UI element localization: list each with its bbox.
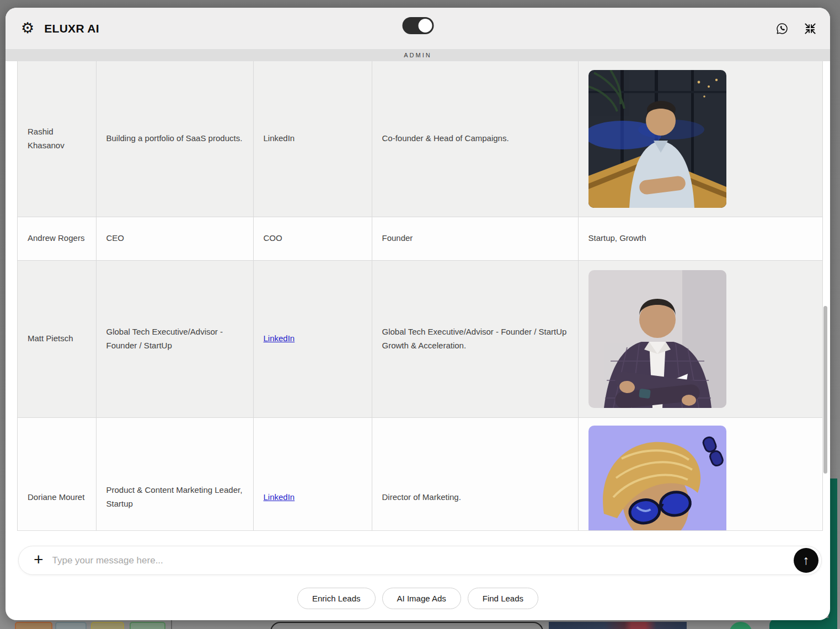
- table-scrollbar[interactable]: [823, 306, 827, 474]
- admin-bar: ADMIN: [6, 49, 830, 61]
- bg-chip-green: [130, 622, 165, 629]
- collapse-icon[interactable]: [804, 22, 817, 35]
- lead-headline: Building a portfolio of SaaS products.: [96, 61, 253, 217]
- bg-chip-orange: [15, 622, 52, 629]
- lead-linkedin-text: COO: [253, 217, 372, 260]
- admin-label: ADMIN: [404, 52, 431, 58]
- table-row: Andrew Rogers CEO COO Founder Startup, G…: [18, 217, 823, 260]
- ai-image-ads-button[interactable]: AI Image Ads: [382, 588, 461, 609]
- attach-plus-icon[interactable]: +: [34, 551, 44, 568]
- bg-photo: [549, 622, 687, 629]
- lead-description: Director of Marketing.: [372, 417, 578, 531]
- message-composer: + ↑: [18, 546, 822, 575]
- send-button[interactable]: ↑: [794, 548, 818, 573]
- admin-toggle[interactable]: [402, 17, 434, 34]
- lead-headline: Global Tech Executive/Advisor - Founder …: [96, 260, 253, 417]
- linkedin-link[interactable]: LinkedIn: [264, 334, 295, 343]
- app-title: ELUXR AI: [44, 22, 99, 35]
- bg-divider: [171, 620, 172, 629]
- gear-icon[interactable]: ⚙: [21, 21, 34, 36]
- lead-name: Matt Pietsch: [18, 260, 96, 417]
- lead-name: Rashid Khasanov: [18, 61, 96, 217]
- doriane-profile-photo: [588, 426, 726, 531]
- bg-green-circle: [729, 622, 752, 629]
- matt-profile-photo: [588, 270, 726, 408]
- send-arrow-icon: ↑: [803, 554, 810, 567]
- quick-actions: Enrich Leads AI Image Ads Find Leads: [6, 588, 830, 609]
- find-leads-button[interactable]: Find Leads: [468, 588, 538, 609]
- lead-linkedin-text: LinkedIn: [253, 61, 372, 217]
- widget-header: ⚙ ELUXR AI: [6, 8, 830, 49]
- leads-table-container[interactable]: Rashid Khasanov Building a portfolio of …: [17, 61, 823, 531]
- brand: ⚙ ELUXR AI: [21, 8, 99, 49]
- lead-description: Global Tech Executive/Advisor - Founder …: [372, 260, 578, 417]
- enrich-leads-button[interactable]: Enrich Leads: [297, 588, 376, 609]
- table-row: Matt Pietsch Global Tech Executive/Advis…: [18, 260, 823, 417]
- bg-chip-gray: [55, 622, 87, 629]
- whatsapp-icon[interactable]: [775, 22, 789, 35]
- table-row: Doriane Mouret Product & Content Marketi…: [18, 417, 823, 531]
- lead-name: Andrew Rogers: [18, 217, 96, 260]
- lead-headline: CEO: [96, 217, 253, 260]
- message-input[interactable]: [52, 555, 794, 566]
- linkedin-link[interactable]: LinkedIn: [264, 492, 295, 502]
- table-row: Rashid Khasanov Building a portfolio of …: [18, 61, 823, 217]
- lead-headline: Product & Content Marketing Leader, Star…: [96, 417, 253, 531]
- lead-description: Founder: [372, 217, 578, 260]
- eluxr-chat-widget: ⚙ ELUXR AI ADMIN: [6, 8, 830, 620]
- lead-tags: Startup, Growth: [578, 217, 823, 260]
- rashid-profile-photo: [588, 70, 726, 208]
- lead-description: Co-founder & Head of Campaigns.: [372, 61, 578, 217]
- leads-table: Rashid Khasanov Building a portfolio of …: [18, 61, 823, 531]
- lead-name: Doriane Mouret: [18, 417, 96, 531]
- toggle-knob: [418, 19, 432, 33]
- bg-chat-input: [270, 622, 543, 629]
- bg-chip-yellow: [91, 622, 124, 629]
